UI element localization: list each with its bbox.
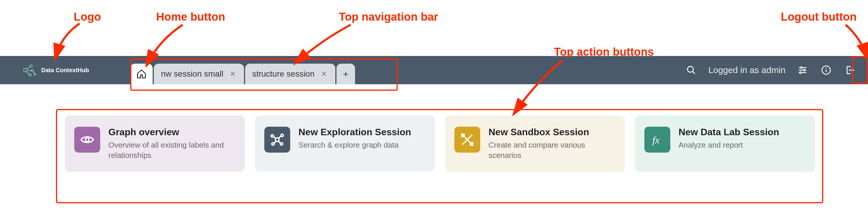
action-cards-row: Graph overview Overview of all existing … [65,116,815,172]
annotation-arrow-logout [840,23,868,61]
logged-in-text: Logged in as admin [708,65,785,75]
annotation-arrow-topnav [289,23,360,67]
annotation-top-actions: Top action buttons [554,46,654,58]
close-tab-icon[interactable]: ✕ [229,69,237,79]
card-title: New Exploration Session [299,127,411,138]
svg-point-24 [272,143,274,145]
card-title: Graph overview [108,127,236,138]
svg-line-7 [26,71,29,74]
new-sandbox-card[interactable]: New Sandbox Session Create and compare v… [445,116,625,172]
graph-overview-card[interactable]: Graph overview Overview of all existing … [65,116,245,172]
svg-point-22 [271,135,273,137]
close-tab-icon[interactable]: ✕ [320,69,328,79]
logo-graph-icon [21,62,37,78]
graph-network-icon [264,127,290,153]
svg-point-14 [804,69,805,71]
svg-line-29 [278,141,280,143]
top-navigation-bar: Data ContextHub nw session small ✕ struc… [0,56,868,84]
new-exploration-card[interactable]: New Exploration Session Serarch & explor… [255,116,435,172]
info-icon [821,65,831,75]
function-fx-icon: fx [644,127,670,153]
svg-line-27 [278,136,281,139]
card-subtitle: Serarch & explore graph data [299,140,411,150]
annotation-logout-button: Logout button [781,10,857,23]
svg-line-28 [274,141,276,143]
search-icon [686,65,696,75]
card-title: New Sandbox Session [489,127,616,138]
home-icon [136,69,147,79]
svg-line-8 [33,71,34,73]
logout-icon [844,65,855,76]
plus-icon: + [343,68,349,80]
annotation-home-button: Home button [156,10,225,23]
sliders-icon [798,65,808,75]
logout-button[interactable] [843,64,856,77]
session-tab-label: nw session small [161,69,223,79]
card-subtitle: Overview of all existing labels and rela… [108,140,236,160]
svg-point-23 [281,134,283,137]
annotation-arrow-logo [50,21,86,62]
eye-icon [74,127,100,153]
new-datalab-card[interactable]: fx New Data Lab Session Analyze and repo… [635,116,815,172]
svg-point-19 [826,68,827,69]
info-button[interactable] [820,64,833,77]
svg-line-5 [27,67,30,69]
design-tools-icon [454,127,480,153]
annotation-arrow-actions [507,58,571,117]
svg-line-10 [692,71,695,74]
svg-line-26 [274,137,276,139]
card-subtitle: Create and compare various scenarios [489,140,616,160]
card-title: New Data Lab Session [679,127,779,138]
logo-text: Data ContextHub [41,67,89,73]
svg-point-20 [86,138,89,142]
svg-text:fx: fx [652,135,659,146]
svg-point-12 [801,67,802,69]
card-subtitle: Analyze and report [679,140,779,150]
svg-point-9 [687,66,693,72]
annotation-logo: Logo [74,10,101,23]
session-tab-label: structure session [252,69,315,79]
settings-sliders-button[interactable] [796,64,809,77]
topbar-right: Logged in as admin [685,64,856,77]
svg-line-6 [27,70,31,71]
svg-point-25 [280,143,283,145]
search-button[interactable] [685,64,698,77]
annotation-top-nav: Top navigation bar [339,10,438,23]
logo[interactable]: Data ContextHub [21,62,89,78]
svg-point-16 [800,72,801,73]
annotation-arrow-home [142,23,189,67]
